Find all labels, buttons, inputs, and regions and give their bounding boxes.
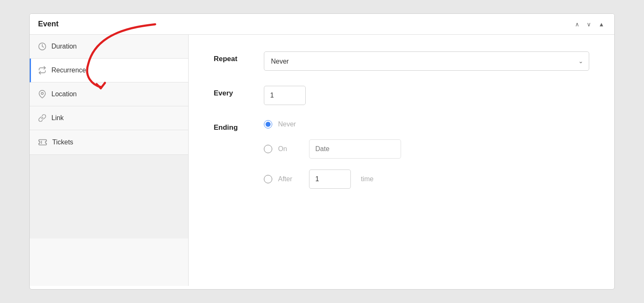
every-label: Every: [214, 86, 264, 98]
ending-on-row: On: [264, 139, 589, 159]
panel-title: Event: [38, 20, 59, 28]
repeat-select[interactable]: Never Daily Weekly Monthly Yearly: [264, 51, 589, 71]
ending-after-input[interactable]: [309, 169, 351, 189]
header-controls: ∧ ∨ ▲: [573, 20, 606, 28]
ending-on-label: On: [278, 145, 303, 153]
repeat-control: Never Daily Weekly Monthly Yearly ⌄: [264, 51, 589, 71]
ending-after-radio[interactable]: [264, 175, 272, 183]
ending-row: Ending Never On: [214, 120, 589, 189]
every-input[interactable]: [264, 86, 306, 105]
sidebar-item-duration-label: Duration: [51, 43, 77, 50]
ending-after-row: After time: [264, 169, 589, 189]
location-pin-icon: [38, 90, 46, 98]
ending-never-row: Never: [264, 120, 589, 128]
sidebar-item-link[interactable]: Link: [30, 106, 188, 130]
repeat-label: Repeat: [214, 51, 264, 63]
ending-date-input[interactable]: [309, 139, 401, 159]
every-control: [264, 86, 589, 105]
collapse-up-button[interactable]: ∧: [573, 20, 581, 28]
sidebar-item-location-label: Location: [51, 90, 77, 98]
repeat-row: Repeat Never Daily Weekly Monthly Yearly…: [214, 51, 589, 71]
link-icon: [38, 114, 46, 122]
ending-after-label: After: [278, 175, 303, 183]
ending-never-label: Never: [278, 121, 303, 128]
svg-point-1: [41, 92, 43, 95]
clock-icon: [38, 42, 46, 51]
sidebar-item-tickets-label: Tickets: [52, 139, 73, 146]
panel-header: Event ∧ ∨ ▲: [30, 14, 614, 35]
sidebar-item-link-label: Link: [51, 114, 64, 122]
time-suffix: time: [361, 175, 373, 183]
ending-never-radio[interactable]: [264, 120, 272, 128]
sidebar-empty: [30, 155, 188, 239]
main-content: Repeat Never Daily Weekly Monthly Yearly…: [189, 35, 614, 286]
sidebar-item-recurrence[interactable]: Recurrence: [30, 59, 188, 82]
ending-label: Ending: [214, 120, 264, 132]
ending-control: Never On After tim: [264, 120, 589, 189]
ending-on-radio[interactable]: [264, 145, 272, 153]
every-row: Every: [214, 86, 589, 105]
repeat-select-wrapper: Never Daily Weekly Monthly Yearly ⌄: [264, 51, 589, 71]
sidebar-item-tickets[interactable]: Tickets: [30, 130, 188, 155]
sidebar: Duration Recurrence: [30, 35, 189, 286]
sidebar-item-duration[interactable]: Duration: [30, 35, 188, 59]
ticket-icon: [38, 138, 47, 147]
collapse-down-button[interactable]: ∨: [585, 20, 593, 28]
collapse-top-button[interactable]: ▲: [597, 20, 606, 28]
sidebar-item-location[interactable]: Location: [30, 82, 188, 106]
event-panel: Event ∧ ∨ ▲ Duration: [29, 13, 615, 290]
panel-body: Duration Recurrence: [30, 35, 614, 286]
ending-radio-group: Never On After tim: [264, 120, 589, 189]
sidebar-item-recurrence-label: Recurrence: [51, 67, 86, 74]
repeat-icon: [38, 66, 46, 74]
